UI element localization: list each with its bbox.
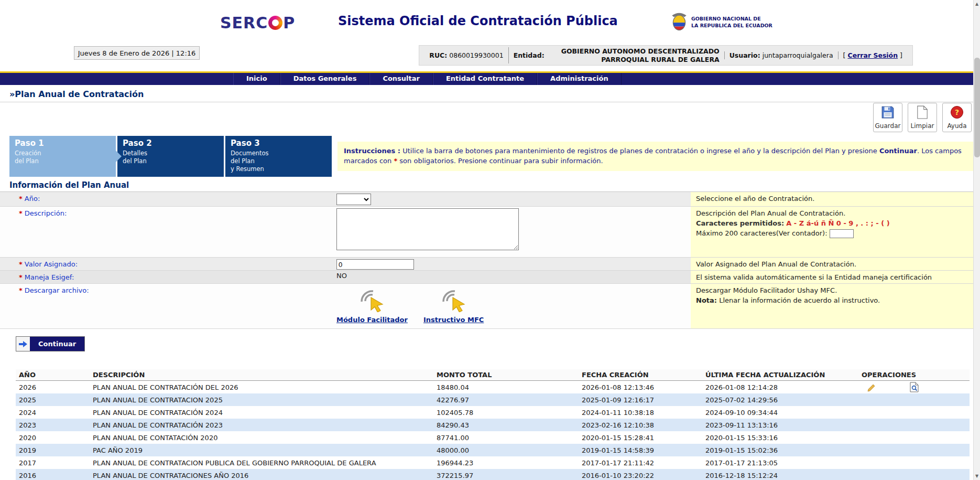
year-cell: 2025 [19, 396, 93, 404]
amount-cell: 48000.00 [437, 446, 582, 454]
nav-bar: InicioDatos GeneralesConsultarEntidad Co… [0, 71, 980, 85]
updated-cell: 2019-01-15 15:02:36 [705, 446, 862, 454]
descripcion-help-line3: Máximo 200 caracteres(Ver contador): [696, 229, 975, 239]
cerrar-sesion-link[interactable]: Cerrar Sesión [847, 51, 898, 59]
ayuda-button[interactable]: ? Ayuda [942, 103, 972, 132]
column-header-descripcion: DESCRIPCIÓN [93, 371, 437, 379]
limpiar-label: Limpiar [911, 122, 934, 130]
info-bar: Jueves 8 de Enero de 2026 | 12:16 RUC:08… [0, 45, 980, 66]
descripcion-help: Descripción del Plan Anual de Contrataci… [691, 207, 980, 257]
created-cell: 2026-01-08 12:13:46 [582, 383, 705, 391]
updated-cell: 2020-01-15 15:33:16 [705, 434, 862, 442]
esigef-value: NO [331, 271, 691, 283]
descargar-control: Módulo Facilitador Instructivo MFC [331, 284, 691, 328]
updated-cell: 2025-07-02 14:29:56 [705, 396, 862, 404]
datetime-box: Jueves 8 de Enero de 2026 | 12:16 [74, 46, 200, 60]
scrollbar-up-icon[interactable]: ▲ [974, 0, 980, 8]
column-header-operaciones: OPERACIONES [862, 371, 970, 379]
description-cell: PLAN ANUAL DE CONTRATACION PUBLICA DEL G… [93, 459, 437, 467]
clear-document-icon [917, 105, 928, 121]
vertical-scrollbar[interactable]: ▲ ▼ [973, 0, 980, 480]
ecuador-crest-icon [671, 12, 688, 33]
created-cell: 2024-01-11 10:38:18 [582, 409, 705, 417]
nav-item-datos-generales[interactable]: Datos Generales [280, 73, 370, 85]
svg-text:?: ? [955, 108, 959, 116]
instructivo-mfc-link[interactable]: Instructivo MFC [423, 316, 484, 324]
steps-row: Paso 1Creación del PlanPaso 2Detalles de… [9, 136, 976, 177]
ruc-value: 0860019930001 [449, 51, 503, 59]
form-row-anio: *Año: Seleccione el año de Contratación. [0, 192, 980, 207]
anio-select[interactable] [336, 194, 371, 205]
guardar-label: Guardar [875, 122, 901, 130]
anio-control [331, 192, 691, 206]
table-row: 2024PLAN ANUAL DE CONTRATACIÓN 202410240… [16, 406, 970, 419]
arrow-right-icon [16, 337, 30, 351]
nav-item-administración[interactable]: Administración [537, 73, 622, 85]
step-subtitle: Detalles del Plan [123, 150, 219, 165]
save-floppy-icon [881, 105, 895, 121]
amount-cell: 372215.97 [437, 472, 582, 479]
operations-cell [862, 382, 970, 392]
form-row-valor: *Valor Asignado: Valor Asignado del Plan… [0, 258, 980, 271]
steps: Paso 1Creación del PlanPaso 2Detalles de… [9, 136, 333, 177]
nav-item-consultar[interactable]: Consultar [369, 73, 433, 85]
amount-cell: 196944.23 [437, 459, 582, 467]
table-row: 2020PLAN ANUAL DE CONTATACIÓN 202087741.… [16, 431, 970, 444]
edit-plan-icon[interactable] [867, 382, 877, 392]
limpiar-button[interactable]: Limpiar [908, 103, 937, 132]
page-title: »Plan Anual de Contratación [9, 89, 144, 99]
step-title: Paso 2 [123, 138, 219, 148]
step-3[interactable]: Paso 3Documentos del Plan y Resumen [225, 136, 332, 177]
form-row-descargar: *Descargar archivo: Módulo Facilitador [0, 284, 980, 329]
column-header-ultima-actualizacion: ÚLTIMA FECHA ACTUALIZACIÓN [705, 371, 862, 379]
updated-cell: 2017-01-17 21:13:05 [705, 459, 862, 467]
guardar-button[interactable]: Guardar [873, 103, 902, 132]
created-cell: 2025-01-09 12:16:17 [582, 396, 705, 404]
amount-cell: 87741.00 [437, 434, 582, 442]
year-cell: 2019 [19, 446, 93, 454]
government-logo: GOBIERNO NACIONAL DE LA REPUBLICA DEL EC… [671, 12, 772, 33]
help-icon: ? [950, 105, 964, 121]
valor-label: *Valor Asignado: [0, 258, 331, 270]
instructions-box: Instrucciones : Utilice la barra de boto… [337, 142, 976, 171]
scrollbar-down-icon[interactable]: ▼ [974, 472, 980, 480]
created-cell: 2019-01-15 14:58:39 [582, 446, 705, 454]
descripcion-textarea[interactable] [336, 208, 519, 250]
esigef-label: *Maneja Esigef: [0, 271, 331, 283]
modulo-facilitador-link[interactable]: Módulo Facilitador [336, 316, 408, 324]
contador-input[interactable] [830, 229, 854, 238]
view-plan-icon[interactable] [910, 382, 919, 392]
updated-cell: 2024-09-10 09:34:44 [705, 409, 862, 417]
valor-asignado-input[interactable] [336, 259, 414, 270]
pac-table: AÑO DESCRIPCIÓN MONTO TOTAL FECHA CREACI… [16, 369, 970, 480]
form-row-esigef: *Maneja Esigef: NO El sistema valida aut… [0, 271, 980, 284]
step-2[interactable]: Paso 2Detalles del Plan [117, 136, 224, 177]
title-row: »Plan Anual de Contratación [0, 85, 980, 102]
year-cell: 2026 [19, 383, 93, 391]
user-value: juntaparroquialgalera [763, 51, 833, 59]
top-header: SERCP Sistema Oficial de Contratación Pú… [0, 0, 980, 45]
ruc-segment: RUC:0860019930001 [424, 51, 508, 59]
nav-item-inicio[interactable]: Inicio [233, 73, 280, 85]
step-subtitle: Documentos del Plan y Resumen [231, 150, 326, 173]
instructions-text-3: son obligatorios. Presione continuar par… [397, 157, 603, 165]
sercop-logo-text-left: SERC [220, 14, 268, 32]
scrollbar-thumb[interactable] [974, 58, 980, 157]
amount-cell: 18480.04 [437, 383, 582, 391]
continuar-button[interactable]: Continuar [16, 336, 85, 351]
year-cell: 2023 [19, 421, 93, 429]
created-cell: 2016-01-10 23:20:22 [582, 472, 705, 479]
continuar-wrap: Continuar [16, 336, 980, 351]
description-cell: PLAN ANUAL DE CONTRATACIÓN 2023 [93, 421, 437, 429]
step-1[interactable]: Paso 1Creación del Plan [9, 136, 116, 177]
toolbar: Guardar Limpiar ? Ayuda [873, 103, 972, 132]
amount-cell: 84290.43 [437, 421, 582, 429]
nav-item-entidad-contratante[interactable]: Entidad Contratante [433, 73, 537, 85]
esigef-help: El sistema valida automáticamente si la … [691, 271, 980, 283]
table-row: 2019PAC AÑO 201948000.002019-01-15 14:58… [16, 444, 970, 456]
year-cell: 2020 [19, 434, 93, 442]
amount-cell: 42276.97 [437, 396, 582, 404]
description-cell: PLAN ANUAL DE CONTATACIÓN 2020 [93, 434, 437, 442]
pac-table-body: 2026PLAN ANUAL DE CONTRATACIÓN DEL 20261… [16, 381, 970, 480]
column-header-fecha-creacion: FECHA CREACIÓN [582, 371, 705, 379]
